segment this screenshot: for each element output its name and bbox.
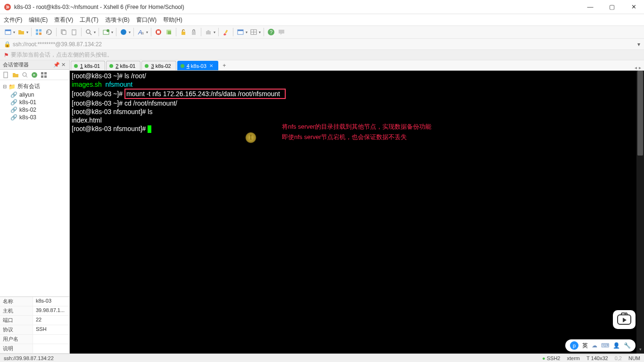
prop-val: 22 <box>33 316 69 325</box>
paste-icon[interactable] <box>70 28 78 36</box>
grid-icon[interactable] <box>249 28 258 36</box>
copy-icon[interactable] <box>59 28 68 36</box>
prop-val: SSH <box>33 325 69 334</box>
tab-next-icon[interactable]: ▸ <box>639 65 641 70</box>
svg-point-14 <box>107 29 109 32</box>
disconnect-icon[interactable] <box>45 28 53 36</box>
font-icon[interactable]: Aa <box>137 28 145 36</box>
help-icon[interactable]: ? <box>267 28 275 36</box>
window-icon[interactable] <box>236 28 245 36</box>
tab-nav: ◂ ▸ <box>635 65 644 70</box>
svg-rect-5 <box>36 33 38 35</box>
svg-line-36 <box>26 76 27 77</box>
session-item-aliyun[interactable]: 🔗 aliyun <box>0 91 69 99</box>
tree-root[interactable]: ⊟ 📁 所有会话 <box>0 82 69 91</box>
svg-rect-40 <box>41 75 43 78</box>
session-label: k8s-01 <box>19 99 36 106</box>
terminal-pane: 1 k8s-01 2 k8s-01 3 k8s-02 4 k8s-03✕ + ◂… <box>70 60 644 354</box>
tab-close-icon[interactable]: ✕ <box>209 63 213 68</box>
tab-k8s-02[interactable]: 3 k8s-02 <box>141 61 176 70</box>
prop-val <box>33 344 69 353</box>
menu-tabs[interactable]: 选项卡(B) <box>105 16 130 24</box>
add-tab-button[interactable]: + <box>220 61 229 70</box>
close-button[interactable]: ✕ <box>627 3 640 10</box>
sessions-icon[interactable] <box>102 28 110 36</box>
ime-toolbar[interactable]: р 英 ☁ ⌨ 👤 🔧 <box>565 339 636 352</box>
fullscreen-icon[interactable] <box>154 28 163 36</box>
sidebar-search-icon[interactable] <box>22 72 28 78</box>
tab-prev-icon[interactable]: ◂ <box>635 65 637 70</box>
terminal-cursor <box>148 125 151 133</box>
svg-rect-21 <box>168 31 171 34</box>
hint-bar: ⚑ 要添加当前会话，点击左侧的箭头按钮。 <box>0 50 644 60</box>
ime-user-icon[interactable]: 👤 <box>613 342 620 349</box>
terminal[interactable]: [root@k8s-03 ~]# ls /root/ images.sh nfs… <box>70 71 644 354</box>
pin-icon[interactable]: 📌 <box>53 62 60 68</box>
lock-icon[interactable] <box>190 28 198 36</box>
maximize-button[interactable]: ▢ <box>605 3 619 10</box>
tree-root-label: 所有会话 <box>17 82 40 90</box>
ime-label[interactable]: 英 <box>582 342 588 350</box>
connection-icon: 🔗 <box>10 91 17 98</box>
lock-open-icon[interactable] <box>179 28 188 36</box>
new-session-icon[interactable] <box>4 28 12 36</box>
menu-tools[interactable]: 工具(T) <box>80 16 98 24</box>
open-icon[interactable] <box>17 28 25 36</box>
address-dropdown-icon[interactable]: ▾ <box>637 41 640 48</box>
terminal-scrollbar[interactable]: ▴ ▾ <box>636 71 644 354</box>
ime-keyboard-icon[interactable]: ⌨ <box>601 342 609 349</box>
new-file-icon[interactable] <box>3 72 9 78</box>
minimize-button[interactable]: ― <box>584 3 597 10</box>
mouse-cursor-icon <box>245 132 256 143</box>
svg-rect-38 <box>41 72 43 74</box>
address-bar[interactable]: 🔒 ssh://root:********@39.98.87.134:22 ▾ <box>0 39 644 50</box>
svg-text:?: ? <box>270 29 272 35</box>
property-row: 用户名 <box>0 335 69 344</box>
tab-k8s-01-2[interactable]: 2 k8s-01 <box>106 61 140 70</box>
ime-logo-icon[interactable]: р <box>570 341 578 350</box>
property-row: 名称k8s-03 <box>0 297 69 306</box>
sidebar-close-icon[interactable]: ✕ <box>60 62 66 68</box>
sidebar-toolbar <box>0 70 69 80</box>
ime-cloud-icon[interactable]: ☁ <box>592 342 597 349</box>
svg-rect-19 <box>157 31 160 33</box>
svg-line-12 <box>90 33 91 35</box>
svg-rect-39 <box>44 72 47 74</box>
search-icon[interactable] <box>84 28 93 36</box>
ime-settings-icon[interactable]: 🔧 <box>624 342 631 349</box>
menu-file[interactable]: 文件(F) <box>4 16 22 24</box>
chat-icon[interactable] <box>277 28 286 36</box>
tab-k8s-03[interactable]: 4 k8s-03✕ <box>177 61 218 70</box>
tab-k8s-01-1[interactable]: 1 k8s-01 <box>71 61 105 70</box>
menu-help[interactable]: 帮助(H) <box>163 16 182 24</box>
prop-key: 主机 <box>0 306 33 315</box>
color-icon[interactable] <box>119 28 128 36</box>
session-label: aliyun <box>19 91 34 98</box>
svg-rect-2 <box>5 30 11 31</box>
reconnect-icon[interactable] <box>34 28 43 36</box>
highlight-icon[interactable] <box>222 28 230 36</box>
grid-view-icon[interactable] <box>41 72 47 78</box>
property-row: 协议SSH <box>0 325 69 335</box>
new-folder-icon[interactable] <box>12 72 19 78</box>
menu-view[interactable]: 查看(V) <box>54 16 73 24</box>
status-address: ssh://39.98.87.134:22 <box>4 355 536 361</box>
session-item-k8s-02[interactable]: 🔗 k8s-02 <box>0 106 69 114</box>
menu-window[interactable]: 窗口(W) <box>136 16 157 24</box>
scroll-down-icon[interactable]: ▾ <box>636 345 644 354</box>
svg-rect-10 <box>73 29 75 31</box>
menu-edit[interactable]: 编辑(E) <box>29 16 48 24</box>
video-widget[interactable] <box>613 310 636 329</box>
scroll-thumb[interactable] <box>637 71 643 156</box>
status-dot-icon <box>74 64 78 68</box>
app-icon <box>4 3 11 11</box>
prop-val: k8s-03 <box>33 297 69 306</box>
session-item-k8s-01[interactable]: 🔗 k8s-01 <box>0 99 69 106</box>
session-item-k8s-03[interactable]: 🔗 k8s-03 <box>0 114 69 121</box>
transfer-icon[interactable] <box>31 72 38 78</box>
collapse-icon[interactable]: ⊟ <box>3 84 8 89</box>
sidebar-header: 会话管理器 📌 ✕ <box>0 60 69 70</box>
svg-rect-8 <box>62 31 66 34</box>
transparency-icon[interactable] <box>165 28 173 36</box>
suitcase-icon[interactable] <box>204 28 213 36</box>
